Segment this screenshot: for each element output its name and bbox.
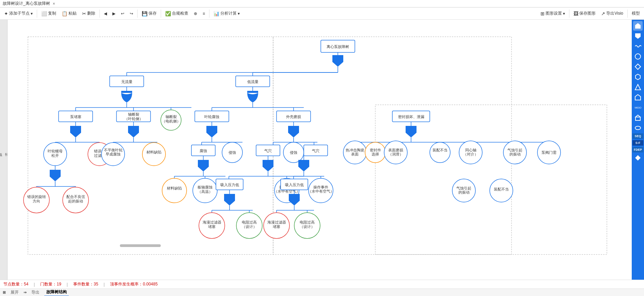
copy-btn[interactable]: ⬜ 复制: [39, 10, 58, 17]
svg-text:低流量: 低流量: [247, 80, 258, 84]
toolbar-right: ⊞ 图形设置 ▾ 🖼 保存图形 ↗ 导出Visio 模型: [538, 10, 642, 18]
svg-text:（设计）: （设计）: [242, 225, 257, 229]
svg-marker-206: [635, 33, 641, 39]
svg-marker-124: [198, 162, 209, 171]
shape-diamond2[interactable]: [633, 153, 643, 163]
sep6: [569, 10, 569, 18]
main-area: 拖 拽 特 殊 图 例 离心泵故障树: [0, 20, 644, 280]
more1-btn[interactable]: ⊕: [192, 10, 199, 17]
fta-diagram: 离心泵故障树 无流量: [7, 20, 621, 265]
svg-text:气穴: 气穴: [312, 149, 319, 153]
shape-wave[interactable]: [633, 42, 643, 51]
probability: 顶事件发生概率：0.00485: [110, 281, 157, 287]
svg-text:泵堵塞: 泵堵塞: [70, 115, 81, 119]
svg-text:吸入压力低: 吸入压力低: [220, 183, 239, 187]
next-btn[interactable]: ▶: [110, 10, 117, 17]
svg-text:错误的旋转: 错误的旋转: [27, 195, 46, 199]
shape-circle[interactable]: [633, 52, 643, 61]
svg-marker-209: [635, 74, 640, 80]
svg-point-114: [430, 142, 450, 163]
sep2: [99, 10, 100, 18]
svg-text:轴断裂: 轴断裂: [128, 112, 139, 116]
sep4: [161, 10, 161, 18]
svg-text:操作事件: 操作事件: [313, 185, 328, 189]
svg-text:（电机侧）: （电机侧）: [162, 119, 180, 123]
tab-expand[interactable]: 展开: [9, 289, 21, 296]
svg-text:材料缺陷: 材料缺陷: [167, 186, 182, 190]
export-visio-btn[interactable]: ↗ 导出Visio: [599, 10, 625, 17]
svg-text:气蚀引起: 气蚀引起: [456, 186, 471, 190]
svg-marker-56: [406, 128, 417, 137]
paste-btn[interactable]: 📋 粘贴: [60, 10, 79, 17]
diagram-settings-btn[interactable]: ⊞ 图形设置 ▾: [538, 10, 567, 17]
save-diagram-btn[interactable]: 🖼 保存图形: [571, 10, 598, 17]
sep7: [627, 10, 628, 18]
shape-oval[interactable]: [633, 123, 643, 133]
svg-text:（水中有空气）: （水中有空气）: [308, 189, 334, 193]
shape-pentagon-down[interactable]: [633, 31, 643, 41]
svg-marker-127: [263, 162, 273, 171]
svg-text:配合不良弦: 配合不良弦: [66, 195, 85, 199]
status-bar: 节点数量：54 | 门数量：19 | 事件数量：35 | 顶事件发生概率：0.0…: [0, 280, 644, 289]
more2-btn[interactable]: ≡: [201, 10, 207, 17]
svg-text:海漫过滤器: 海漫过滤器: [203, 220, 221, 224]
shape-fdep[interactable]: FDEP: [632, 147, 643, 152]
prev-btn[interactable]: ◀: [102, 10, 109, 17]
delete-btn[interactable]: ✂ 删除: [80, 10, 97, 17]
shape-moo[interactable]: M:O:O: [633, 103, 643, 112]
tab-export[interactable]: 导出: [29, 289, 42, 296]
svg-point-93: [142, 143, 166, 166]
svg-marker-213: [635, 115, 640, 117]
svg-text:的振动: 的振动: [458, 190, 470, 194]
shape-hexagon[interactable]: [633, 72, 643, 82]
save-btn[interactable]: 💾 保存: [140, 10, 159, 17]
shape-house[interactable]: [633, 93, 643, 102]
compliance-btn[interactable]: ✅ 合规检查: [163, 10, 190, 17]
svg-text:堵塞: 堵塞: [208, 225, 216, 229]
svg-marker-44: [70, 128, 81, 137]
gate-count: 门数量：19: [40, 281, 61, 287]
svg-text:同心轴: 同心轴: [465, 148, 476, 152]
svg-text:选择: 选择: [372, 152, 379, 156]
add-child-btn[interactable]: ✦ 添加子节点 ▾: [2, 10, 35, 17]
shape-triangle[interactable]: [633, 82, 643, 92]
svg-text:气穴: 气穴: [264, 149, 272, 153]
svg-text:外壳磨损: 外壳磨损: [286, 115, 301, 119]
undo-btn[interactable]: ↩: [119, 10, 126, 17]
svg-point-158: [162, 178, 187, 203]
svg-text:海漫过滤器: 海漫过滤器: [267, 220, 286, 224]
svg-point-207: [635, 54, 641, 59]
sep3: [137, 10, 138, 18]
svg-marker-215: [635, 155, 641, 161]
shape-seq[interactable]: SEQ: [632, 133, 643, 139]
svg-text:起的振动: 起的振动: [68, 199, 83, 203]
svg-text:材料缺陷: 材料缺陷: [146, 150, 161, 154]
title-text: 故障树设计_离心泵故障树: [3, 1, 50, 6]
svg-text:热冲击陶瓷: 热冲击陶瓷: [346, 148, 364, 152]
model-btn[interactable]: 模型: [630, 10, 642, 17]
svg-marker-133: [50, 172, 61, 181]
svg-text:密封损坏、泄漏: 密封损坏、泄漏: [398, 115, 424, 119]
shape-house2[interactable]: [633, 113, 643, 122]
title-close[interactable]: ×: [53, 1, 55, 6]
shape-pentagon-top[interactable]: [633, 21, 643, 31]
redo-btn[interactable]: ↪: [128, 10, 135, 17]
svg-rect-212: [635, 117, 640, 120]
svg-text:轴断裂: 轴断裂: [166, 115, 177, 119]
svg-point-214: [635, 126, 641, 130]
shape-sf[interactable]: S:F: [632, 140, 643, 146]
toolbar: ✦ 添加子节点 ▾ ⬜ 复制 📋 粘贴 ✂ 删除 ◀ ▶ ↩ ↪ 💾 保存 ✅ …: [0, 7, 644, 20]
tab-active[interactable]: 故障树结构: [44, 289, 69, 296]
svg-marker-210: [635, 84, 641, 90]
event-count: 事件数量：35: [73, 281, 98, 287]
svg-text:电阻过高: 电阻过高: [300, 220, 315, 224]
canvas-area[interactable]: 离心泵故障树 无流量: [7, 20, 632, 280]
svg-text:方向: 方向: [33, 199, 40, 203]
analysis-btn[interactable]: 📊 分析计算 ▾: [211, 10, 242, 17]
shape-diamond[interactable]: [633, 62, 643, 71]
svg-text:（设计）: （设计）: [300, 225, 315, 229]
svg-text:腐蚀: 腐蚀: [200, 149, 207, 153]
svg-text:泵阀门需: 泵阀门需: [541, 150, 556, 154]
add-icon: ✦: [4, 11, 8, 16]
right-panel: M:O:O SEQ S:F FDEP: [632, 20, 644, 280]
